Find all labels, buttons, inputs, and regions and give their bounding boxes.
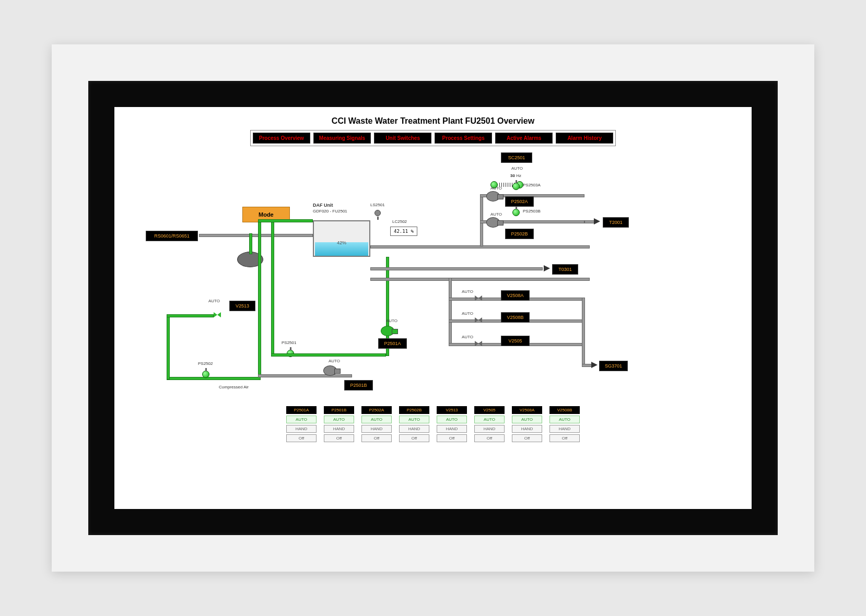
ps2503b-light-icon (512, 209, 520, 216)
pipe-sg3701-v (582, 298, 585, 365)
ctrl-off-0[interactable]: Off (286, 434, 317, 442)
ctrl-auto-1[interactable]: AUTO (324, 416, 354, 423)
ctrl-auto-3[interactable]: AUTO (399, 416, 429, 423)
v2508b-mode: AUTO (462, 311, 473, 316)
pipe-inlet (199, 234, 313, 237)
daf-tank[interactable]: 42% (313, 220, 370, 257)
pipe-green-h1 (258, 219, 313, 222)
ctrl-v2505: V2505 AUTO HAND Off (474, 406, 505, 442)
pipe-outlet3 (370, 278, 590, 281)
ctrl-tag-1: P2501B (324, 406, 354, 414)
ctrl-hand-5[interactable]: HAND (474, 425, 505, 433)
v2505-mode: AUTO (462, 335, 473, 339)
pipe-sg3701-h (582, 364, 592, 367)
control-row: P2501A AUTO HAND Off P2501B AUTO HAND Of… (114, 406, 752, 442)
p2501a-pump-icon[interactable] (381, 326, 394, 336)
v2513-valve-icon[interactable] (214, 312, 221, 317)
ps2503b-label: PS2503B (523, 209, 541, 214)
tag-p2502a[interactable]: P2502A (505, 196, 534, 207)
ctrl-hand-3[interactable]: HAND (399, 425, 429, 433)
tag-p2502b[interactable]: P2502B (505, 229, 534, 239)
ctrl-tag-5: V2505 (474, 406, 505, 414)
pipe-green-v1 (249, 233, 252, 254)
ctrl-auto-2[interactable]: AUTO (361, 416, 392, 423)
ctrl-hand-2[interactable]: HAND (361, 425, 392, 433)
hmi-screen: CCI Waste Water Treatment Plant FU2501 O… (114, 107, 752, 509)
ctrl-hand-6[interactable]: HAND (512, 425, 542, 433)
ps2501-label: PS2501 (282, 340, 296, 345)
pipe-green-h2 (167, 314, 214, 317)
v2508a-mode: AUTO (462, 289, 473, 294)
tag-p2501a[interactable]: P2501A (378, 338, 407, 349)
ctrl-p2502a: P2502A AUTO HAND Off (361, 406, 392, 442)
ctrl-tag-4: V2513 (437, 406, 467, 414)
daf-level-text: 42% (314, 240, 369, 245)
p2502a-pump-icon[interactable] (486, 191, 500, 202)
p2502b-pump-icon[interactable] (486, 217, 500, 228)
v2505-valve-icon[interactable] (475, 341, 482, 346)
ctrl-hand-0[interactable]: HAND (286, 425, 317, 433)
pipe-valves-v (449, 278, 452, 346)
ctrl-hand-1[interactable]: HAND (324, 425, 354, 433)
p2501a-mode: AUTO (386, 318, 397, 323)
ctrl-off-4[interactable]: Off (437, 434, 467, 442)
ctrl-off-7[interactable]: Off (549, 434, 580, 442)
daf-heading: DAF Unit (313, 203, 333, 208)
tag-v2513[interactable]: V2513 (229, 301, 255, 311)
v2508a-valve-icon[interactable] (475, 295, 482, 301)
pipe-green-v3 (271, 220, 274, 356)
nav-bar: Process Overview Measuring Signals Unit … (250, 130, 616, 146)
nav-measuring-signals[interactable]: Measuring Signals (313, 133, 371, 144)
v2508b-valve-icon[interactable] (475, 317, 482, 323)
ps2502-label: PS2502 (198, 361, 213, 366)
ctrl-auto-7[interactable]: AUTO (549, 416, 580, 423)
ctrl-off-6[interactable]: Off (512, 434, 542, 442)
ctrl-tag-7: V2508B (549, 406, 580, 414)
nav-process-settings[interactable]: Process Settings (435, 133, 492, 144)
ctrl-auto-4[interactable]: AUTO (437, 416, 467, 423)
ctrl-off-3[interactable]: Off (399, 434, 429, 442)
ctrl-hand-4[interactable]: HAND (437, 425, 467, 433)
nav-active-alarms[interactable]: Active Alarms (495, 133, 553, 144)
ctrl-auto-5[interactable]: AUTO (474, 416, 505, 423)
ctrl-auto-0[interactable]: AUTO (286, 416, 317, 423)
ctrl-tag-2: P2502A (361, 406, 392, 414)
sc2501-mode: AUTO (511, 166, 523, 171)
compressed-air-label: Compressed Air (219, 385, 249, 389)
arrow-t2001 (594, 218, 600, 224)
monitor-frame: CCI Waste Water Treatment Plant FU2501 O… (52, 44, 814, 572)
tag-t2001: T2001 (603, 217, 629, 228)
tag-sc2501[interactable]: SC2501 (501, 152, 532, 163)
pipe-p2501a-h (271, 353, 386, 357)
ctrl-off-5[interactable]: Off (474, 434, 505, 442)
arrow-t0301 (544, 265, 550, 271)
ctrl-v2508a: V2508A AUTO HAND Off (512, 406, 542, 442)
ctrl-tag-3: P2502B (399, 406, 429, 414)
tag-inlet: RS0601/RS0651 (146, 231, 198, 241)
nav-alarm-history[interactable]: Alarm History (556, 133, 613, 144)
ctrl-auto-6[interactable]: AUTO (512, 416, 542, 423)
tag-v2508b[interactable]: V2508B (501, 312, 530, 323)
tag-p2501b[interactable]: P2501B (344, 380, 373, 390)
tag-sg3701: SG3701 (599, 361, 628, 371)
arrow-sg3701 (591, 362, 598, 368)
lc2502-label: LC2502 (392, 219, 407, 224)
pipe-p2501b-h (258, 374, 352, 377)
tag-v2505[interactable]: V2505 (501, 336, 530, 346)
ctrl-tag-0: P2501A (286, 406, 317, 414)
nav-process-overview[interactable]: Process Overview (253, 133, 310, 144)
ctrl-hand-7[interactable]: HAND (549, 425, 580, 433)
ctrl-off-2[interactable]: Off (361, 434, 392, 442)
ctrl-v2513: V2513 AUTO HAND Off (437, 406, 467, 442)
lc2502-unit: % (411, 229, 414, 234)
ctrl-tag-6: V2508A (512, 406, 542, 414)
v2513-mode: AUTO (208, 299, 220, 303)
ctrl-off-1[interactable]: Off (324, 434, 354, 442)
tag-v2508a[interactable]: V2508A (501, 290, 530, 301)
p2501b-pump-icon[interactable] (323, 365, 337, 376)
lc2502-value: 42.11 (394, 229, 408, 234)
nav-unit-switches[interactable]: Unit Switches (374, 133, 431, 144)
process-canvas: SC2501 AUTO 30 Hz RS0601/RS0651 Mode DAF… (114, 152, 752, 487)
sc2501-freq-value: 30 (510, 173, 515, 178)
pipe-green-v2 (258, 220, 261, 377)
